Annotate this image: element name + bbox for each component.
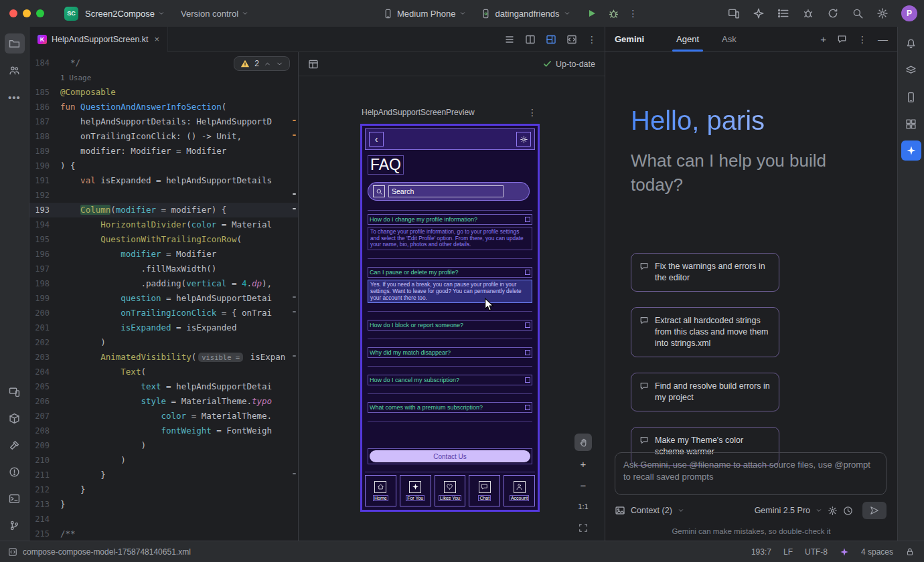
zoom-to-fit-button[interactable] <box>574 519 592 537</box>
code-editor[interactable]: 2 184 */1 Usage185@Composable186fun Ques… <box>29 52 298 541</box>
nav-chat[interactable]: Chat <box>469 475 500 506</box>
tab-ask[interactable]: Ask <box>722 34 737 44</box>
code-line[interactable]: 205 text = helpAndSupportDetai <box>29 379 298 394</box>
code-lines[interactable]: 184 */1 Usage185@Composable186fun Questi… <box>29 56 298 541</box>
preview-options-icon[interactable]: ⋮ <box>528 107 537 118</box>
code-line[interactable]: 185@Composable <box>29 85 298 100</box>
project-selector[interactable]: Screen2Compose <box>85 9 165 19</box>
code-line[interactable]: 209 ) <box>29 438 298 453</box>
lock-icon[interactable] <box>905 547 915 557</box>
app-insights-icon[interactable] <box>802 7 814 19</box>
code-line[interactable]: 187 helpAndSupportDetails: HelpAndSuppor… <box>29 114 298 129</box>
expand-icon[interactable] <box>525 270 530 275</box>
macos-window-controls[interactable] <box>9 9 44 17</box>
code-line[interactable]: 214 <box>29 512 298 527</box>
code-line[interactable]: 208 fontWeight = FontWeigh <box>29 424 298 438</box>
code-line[interactable]: 201 isExpanded = isExpanded <box>29 320 298 335</box>
faq-answer-highlighted[interactable]: Yes. If you need a break, you can pause … <box>368 280 532 303</box>
search-input[interactable]: Search <box>388 185 504 197</box>
preview-mode-icon[interactable] <box>566 34 577 45</box>
gemini-status-icon[interactable] <box>840 547 849 557</box>
code-line[interactable]: 203 AnimatedVisibility(visible = isExpan <box>29 350 298 365</box>
code-line[interactable]: 194 HorizontalDivider(color = Material <box>29 217 298 232</box>
search-bar[interactable]: Search <box>368 182 530 201</box>
expand-icon[interactable] <box>525 217 530 222</box>
expand-icon[interactable] <box>525 377 530 383</box>
code-line[interactable]: 211 } <box>29 468 298 482</box>
zoom-in-button[interactable]: + <box>574 455 592 472</box>
code-line[interactable]: 190) { <box>29 159 298 173</box>
nav-likes-you[interactable]: Likes You <box>435 475 466 506</box>
file-structure-icon[interactable] <box>504 34 515 45</box>
device-mirroring-icon[interactable] <box>728 7 740 19</box>
search-icon[interactable] <box>852 7 864 19</box>
contact-us-button[interactable]: Contact Us <box>370 450 530 462</box>
device-manager-button[interactable] <box>901 87 921 107</box>
attach-image-icon[interactable] <box>615 505 625 516</box>
faq-question[interactable]: How do I change my profile information? <box>368 214 532 225</box>
zoom-actual-size-button[interactable]: 1:1 <box>574 498 592 515</box>
chat-history-icon[interactable] <box>837 34 847 44</box>
file-encoding[interactable]: UTF-8 <box>805 547 828 557</box>
close-window-button[interactable] <box>9 9 17 17</box>
expand-icon[interactable] <box>525 350 530 355</box>
history-icon[interactable] <box>843 506 853 516</box>
task-list-icon[interactable] <box>777 7 789 19</box>
settings-button[interactable] <box>516 132 531 147</box>
code-line[interactable]: 200 onTrailingIconClick = { onTrai <box>29 306 298 320</box>
vcs-menu[interactable]: Version control <box>181 9 248 19</box>
code-line[interactable]: 192 <box>29 188 298 203</box>
code-preview-split-icon[interactable] <box>525 34 536 45</box>
prev-issue-icon[interactable] <box>264 60 271 68</box>
code-line[interactable]: 213} <box>29 497 298 512</box>
run-button[interactable] <box>587 8 597 19</box>
maximize-window-button[interactable] <box>36 9 44 17</box>
code-line[interactable]: 198 .padding(vertical = 4.dp), <box>29 276 298 291</box>
new-chat-button[interactable]: + <box>820 33 826 45</box>
code-line[interactable]: 206 style = MaterialTheme.typo <box>29 394 298 409</box>
faq-question[interactable]: How do I block or report someone? <box>368 320 532 331</box>
gemini-prompt-input[interactable]: Ask Gemini, use @filename to attach sour… <box>615 452 887 495</box>
context-selector[interactable]: Context (2) <box>631 506 672 515</box>
code-line[interactable]: 212 } <box>29 482 298 497</box>
zoom-out-button[interactable]: − <box>574 476 592 494</box>
code-line[interactable]: 204 Text( <box>29 365 298 379</box>
terminal-button[interactable] <box>5 488 25 508</box>
preview-canvas[interactable]: HelpAndSupportScreenPreview ⋮ ‹ FAQ Sear… <box>299 76 605 541</box>
close-tab-icon[interactable]: × <box>155 34 160 44</box>
hide-panel-button[interactable]: — <box>878 33 888 45</box>
more-toolwindows-button[interactable]: ••• <box>5 87 25 107</box>
expand-icon[interactable] <box>525 405 530 410</box>
line-ending[interactable]: LF <box>783 547 793 557</box>
version-control-button[interactable] <box>5 515 25 535</box>
running-devices-button[interactable] <box>5 381 25 401</box>
suggestion-card[interactable]: Fix the warnings and errors in the edito… <box>631 253 779 292</box>
up-to-date-status[interactable]: Up-to-date <box>543 60 595 69</box>
gradle-sync-icon[interactable] <box>827 7 839 19</box>
code-line[interactable]: 202 ) <box>29 335 298 350</box>
debug-button[interactable] <box>608 8 619 19</box>
faq-question[interactable]: How do I cancel my subscription? <box>368 375 532 385</box>
preview-layout-icon[interactable] <box>308 59 319 70</box>
code-line[interactable]: 199 question = helpAndSupportDetai <box>29 291 298 306</box>
project-toolwindow-button[interactable] <box>5 33 25 54</box>
code-line[interactable]: 186fun QuestionAndAnswerInfoSection( <box>29 100 298 114</box>
code-line[interactable]: 197 .fillMaxWidth() <box>29 262 298 276</box>
gemini-assist-icon[interactable] <box>753 7 765 19</box>
indent-setting[interactable]: 4 spaces <box>861 547 893 557</box>
gemini-options-icon[interactable]: ⋮ <box>858 34 867 45</box>
tab-agent[interactable]: Agent <box>676 34 699 44</box>
caret-position[interactable]: 193:7 <box>751 547 771 557</box>
editor-options-icon[interactable]: ⋮ <box>587 34 597 45</box>
minimize-window-button[interactable] <box>23 9 31 17</box>
profile-avatar[interactable]: P <box>901 5 917 21</box>
faq-question[interactable]: What comes with a premium subscription? <box>368 402 532 413</box>
code-line[interactable]: 188 onTrailingIconClick: () -> Unit, <box>29 129 298 144</box>
model-selector[interactable]: Gemini 2.5 Pro <box>755 506 810 515</box>
gemini-settings-icon[interactable] <box>828 506 838 516</box>
code-line[interactable]: 210 ) <box>29 453 298 468</box>
code-line[interactable]: 1 Usage <box>29 70 298 85</box>
code-line[interactable]: 215/** <box>29 527 298 541</box>
build-button[interactable] <box>5 435 25 455</box>
split-mode-active-icon[interactable] <box>546 34 556 45</box>
